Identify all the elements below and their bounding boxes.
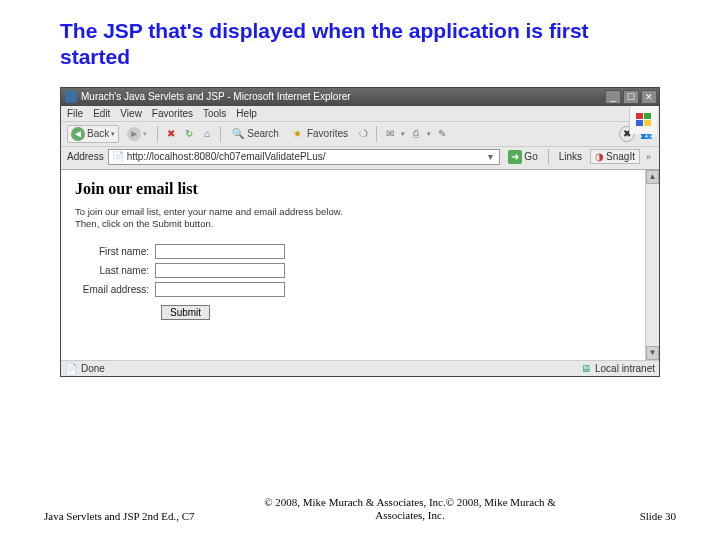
address-label: Address bbox=[67, 151, 104, 162]
window-title: Murach's Java Servlets and JSP - Microso… bbox=[81, 91, 605, 102]
address-url: http://localhost:8080/ch07emailValidateP… bbox=[127, 151, 482, 162]
refresh-icon[interactable]: ↻ bbox=[182, 127, 196, 141]
last-name-label: Last name: bbox=[75, 265, 155, 276]
dropdown-icon: ▾ bbox=[111, 130, 115, 138]
zone-icon: 🖥 bbox=[581, 363, 591, 374]
address-input[interactable]: 📄 http://localhost:8080/ch07emailValidat… bbox=[108, 149, 501, 165]
menu-tools[interactable]: Tools bbox=[203, 108, 226, 119]
titlebar: Murach's Java Servlets and JSP - Microso… bbox=[61, 88, 659, 106]
search-label: Search bbox=[247, 128, 279, 139]
addressbar: Address 📄 http://localhost:8080/ch07emai… bbox=[61, 147, 659, 170]
favorites-label: Favorites bbox=[307, 128, 348, 139]
print-icon[interactable]: ⎙ bbox=[409, 127, 423, 141]
svg-rect-3 bbox=[644, 120, 651, 126]
close-button[interactable]: ✕ bbox=[641, 90, 657, 104]
separator bbox=[157, 126, 158, 142]
page-heading: Join our email list bbox=[75, 180, 645, 198]
forward-icon: ► bbox=[127, 127, 141, 141]
menu-file[interactable]: File bbox=[67, 108, 83, 119]
go-button[interactable]: ➜ Go bbox=[504, 149, 541, 165]
form-row-last: Last name: bbox=[75, 263, 645, 278]
footer-left: Java Servlets and JSP 2nd Ed., C7 bbox=[44, 510, 244, 522]
svg-rect-1 bbox=[644, 113, 651, 119]
snagit-icon: ◑ bbox=[595, 151, 604, 162]
form-row-first: First name: bbox=[75, 244, 645, 259]
windows-logo-icon bbox=[629, 106, 657, 134]
minimize-button[interactable]: _ bbox=[605, 90, 621, 104]
dropdown-icon[interactable]: ▾ bbox=[484, 151, 496, 162]
menu-edit[interactable]: Edit bbox=[93, 108, 110, 119]
svg-rect-2 bbox=[636, 120, 643, 126]
go-icon: ➜ bbox=[508, 150, 522, 164]
menubar: File Edit View Favorites Tools Help bbox=[61, 106, 659, 122]
snagit-label: SnagIt bbox=[606, 151, 635, 162]
scroll-down-icon[interactable]: ▼ bbox=[646, 346, 659, 360]
mail-icon[interactable]: ✉ bbox=[383, 127, 397, 141]
statusbar: 📄 Done 🖥 Local intranet bbox=[61, 360, 659, 376]
slide-title: The JSP that's displayed when the applic… bbox=[0, 0, 720, 81]
ie-icon bbox=[65, 91, 77, 103]
search-button[interactable]: 🔍 Search bbox=[227, 125, 283, 143]
footer-slide-number: Slide 30 bbox=[576, 510, 676, 522]
back-label: Back bbox=[87, 128, 109, 139]
menu-view[interactable]: View bbox=[120, 108, 142, 119]
separator bbox=[548, 149, 549, 165]
email-input[interactable] bbox=[155, 282, 285, 297]
status-text: Done bbox=[81, 363, 105, 374]
scroll-track[interactable] bbox=[646, 184, 659, 346]
star-icon: ★ bbox=[291, 127, 305, 141]
forward-button[interactable]: ► ▾ bbox=[123, 125, 151, 143]
stop-icon[interactable]: ✖ bbox=[164, 127, 178, 141]
first-name-label: First name: bbox=[75, 246, 155, 257]
home-icon[interactable]: ⌂ bbox=[200, 127, 214, 141]
back-icon: ◄ bbox=[71, 127, 85, 141]
menu-help[interactable]: Help bbox=[236, 108, 257, 119]
favorites-button[interactable]: ★ Favorites bbox=[287, 125, 352, 143]
form-row-email: Email address: bbox=[75, 282, 645, 297]
last-name-input[interactable] bbox=[155, 263, 285, 278]
page-icon: 📄 bbox=[65, 363, 77, 374]
page-intro: To join our email list, enter your name … bbox=[75, 206, 645, 231]
scroll-up-icon[interactable]: ▲ bbox=[646, 170, 659, 184]
snagit-button[interactable]: ◑ SnagIt bbox=[590, 149, 640, 164]
separator bbox=[220, 126, 221, 142]
edit-icon[interactable]: ✎ bbox=[435, 127, 449, 141]
scrollbar[interactable]: ▲ ▼ bbox=[645, 170, 659, 360]
go-label: Go bbox=[524, 151, 537, 162]
dropdown-icon: ▾ bbox=[401, 130, 405, 138]
media-icon[interactable]: ❍ bbox=[356, 127, 370, 141]
maximize-button[interactable]: ☐ bbox=[623, 90, 639, 104]
separator bbox=[376, 126, 377, 142]
footer-copyright: © 2008, Mike Murach & Associates, Inc.© … bbox=[244, 496, 576, 522]
dropdown-icon: ▾ bbox=[143, 130, 147, 138]
zone-text: Local intranet bbox=[595, 363, 655, 374]
svg-rect-0 bbox=[636, 113, 643, 119]
slide-footer: Java Servlets and JSP 2nd Ed., C7 © 2008… bbox=[0, 496, 720, 522]
email-label: Email address: bbox=[75, 284, 155, 295]
dropdown-icon: ▾ bbox=[427, 130, 431, 138]
links-label[interactable]: Links bbox=[555, 151, 586, 162]
menu-favorites[interactable]: Favorites bbox=[152, 108, 193, 119]
browser-window: Murach's Java Servlets and JSP - Microso… bbox=[60, 87, 660, 377]
toolbar: ◄ Back ▾ ► ▾ ✖ ↻ ⌂ 🔍 Search ★ Favorites … bbox=[61, 122, 659, 147]
submit-button[interactable]: Submit bbox=[161, 305, 210, 320]
page-content: Join our email list To join our email li… bbox=[61, 170, 659, 360]
first-name-input[interactable] bbox=[155, 244, 285, 259]
overflow-icon[interactable]: » bbox=[644, 152, 653, 162]
search-icon: 🔍 bbox=[231, 127, 245, 141]
back-button[interactable]: ◄ Back ▾ bbox=[67, 125, 119, 143]
page-icon: 📄 bbox=[112, 151, 124, 162]
